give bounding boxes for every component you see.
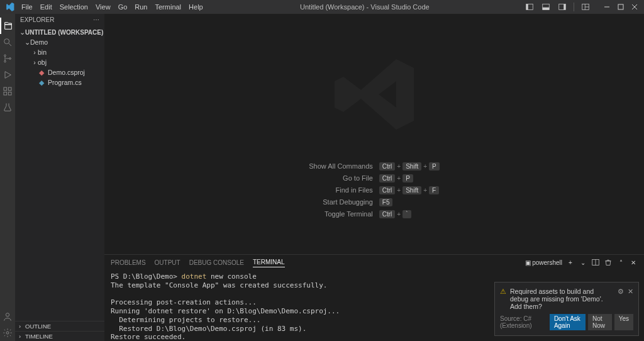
activity-accounts[interactable]: [0, 308, 15, 325]
section-label: OUTLINE: [25, 323, 51, 330]
section-label: TIMELINE: [25, 333, 53, 340]
tab-debug-console[interactable]: DEBUG CONSOLE: [189, 258, 244, 267]
svg-rect-3: [543, 8, 550, 10]
folder-label: obj: [38, 59, 47, 66]
svg-rect-19: [4, 87, 7, 91]
yes-button[interactable]: Yes: [614, 314, 633, 330]
file-label: Program.cs: [48, 79, 82, 86]
separator: [574, 3, 574, 11]
close-panel-icon[interactable]: ✕: [629, 258, 638, 267]
menu-edit[interactable]: Edit: [36, 2, 56, 12]
shortcut-label: Start Debugging: [309, 198, 373, 206]
folder-bin[interactable]: › bin: [15, 47, 104, 57]
shortcut-keys: F5: [379, 198, 440, 206]
shortcut-keys: Ctrl+`: [379, 210, 440, 218]
chevron-down-icon: ⌄: [24, 38, 30, 46]
shortcut-list: Show All Commands Ctrl+Shift+P Go to Fil…: [309, 162, 439, 218]
tab-terminal[interactable]: TERMINAL: [253, 257, 285, 267]
activity-explorer[interactable]: [0, 18, 15, 34]
svg-point-15: [4, 55, 6, 57]
section-outline[interactable]: ›OUTLINE: [15, 321, 104, 331]
customize-layout-icon[interactable]: [579, 0, 592, 14]
main-area: EXPLORER ⋯ ⌄ UNTITLED (WORKSPACE) ⌄ Demo…: [0, 14, 644, 341]
shortcut-label: Go to File: [309, 174, 373, 182]
activity-debug[interactable]: [0, 67, 15, 83]
explorer-tree: ⌄ UNTITLED (WORKSPACE) ⌄ Demo › bin › ob…: [15, 26, 104, 89]
folder-label: bin: [38, 48, 47, 56]
folder-obj[interactable]: › obj: [15, 57, 104, 67]
menu-selection[interactable]: Selection: [56, 2, 92, 12]
shortcut-keys: Ctrl+P: [379, 174, 440, 182]
vscode-logo-icon: [5, 2, 15, 12]
maximize-button[interactable]: [614, 0, 628, 14]
svg-rect-21: [4, 92, 7, 95]
file-program-cs[interactable]: ◆ Program.cs: [15, 77, 104, 87]
activity-extensions[interactable]: [0, 83, 15, 99]
svg-rect-1: [526, 4, 528, 10]
section-timeline[interactable]: ›TIMELINE: [15, 331, 104, 341]
sidebar-more-icon[interactable]: ⋯: [93, 16, 99, 23]
tab-output[interactable]: OUTPUT: [155, 258, 180, 267]
terminal-shell-selector[interactable]: ▣powershell: [525, 259, 562, 266]
svg-rect-10: [618, 4, 623, 9]
new-terminal-icon[interactable]: +: [566, 258, 575, 267]
bottom-panel: PROBLEMS OUTPUT DEBUG CONSOLE TERMINAL ▣…: [104, 254, 644, 341]
not-now-button[interactable]: Not Now: [588, 314, 612, 330]
close-button[interactable]: [628, 0, 641, 14]
svg-rect-22: [8, 92, 11, 95]
menu-go[interactable]: Go: [114, 2, 131, 12]
shortcut-keys: Ctrl+Shift+P: [379, 162, 440, 170]
chevron-down-icon[interactable]: ⌄: [579, 258, 587, 267]
maximize-panel-icon[interactable]: ˄: [616, 258, 625, 267]
panel-actions: ▣powershell + ⌄ ˄ ✕: [525, 258, 638, 267]
tab-problems[interactable]: PROBLEMS: [111, 258, 146, 267]
dont-ask-again-button[interactable]: Don't Ask Again: [550, 314, 586, 330]
shortcut-label: Find in Files: [309, 186, 373, 194]
workspace-label: UNTITLED (WORKSPACE): [25, 29, 103, 36]
chevron-right-icon: ›: [31, 48, 38, 56]
sidebar-bottom: ›OUTLINE ›TIMELINE: [15, 321, 104, 341]
file-demo-csproj[interactable]: ◆ Demo.csproj: [15, 67, 104, 77]
menu-bar: File Edit Selection View Go Run Terminal…: [18, 2, 207, 12]
svg-point-23: [6, 313, 9, 316]
toggle-secondary-sidebar-icon[interactable]: [555, 0, 569, 14]
welcome-screen: Show All Commands Ctrl+Shift+P Go to Fil…: [104, 14, 644, 254]
svg-point-24: [6, 332, 9, 334]
shortcut-label: Show All Commands: [309, 162, 373, 170]
activity-bar: [0, 14, 15, 341]
menu-terminal[interactable]: Terminal: [152, 2, 186, 12]
activity-source-control[interactable]: [0, 50, 15, 67]
chevron-down-icon: ⌄: [19, 28, 25, 36]
terminal-icon: ▣: [525, 259, 531, 266]
panel-tabs: PROBLEMS OUTPUT DEBUG CONSOLE TERMINAL ▣…: [104, 255, 644, 270]
svg-rect-5: [564, 4, 565, 10]
shortcut-label: Toggle Terminal: [309, 210, 373, 218]
workspace-root[interactable]: ⌄ UNTITLED (WORKSPACE): [15, 27, 104, 37]
menu-help[interactable]: Help: [185, 2, 207, 12]
activity-testing[interactable]: [0, 99, 15, 116]
notification-source: Source: C# (Extension): [500, 315, 550, 329]
gear-icon[interactable]: ⚙: [618, 288, 624, 295]
vscode-watermark-icon: [330, 50, 418, 140]
close-icon[interactable]: ✕: [628, 288, 633, 295]
activity-search[interactable]: [0, 34, 15, 50]
menu-view[interactable]: View: [92, 2, 114, 12]
toggle-primary-sidebar-icon[interactable]: [523, 0, 536, 14]
sidebar: EXPLORER ⋯ ⌄ UNTITLED (WORKSPACE) ⌄ Demo…: [15, 14, 104, 341]
activity-manage[interactable]: [0, 325, 15, 341]
svg-marker-18: [5, 72, 11, 79]
toggle-panel-icon[interactable]: [539, 0, 553, 14]
svg-point-17: [9, 58, 11, 60]
split-terminal-icon[interactable]: [591, 258, 600, 267]
minimize-button[interactable]: [600, 0, 614, 14]
menu-run[interactable]: Run: [131, 2, 151, 12]
notification-message: Required assets to build and debug are m…: [510, 288, 614, 310]
kill-terminal-icon[interactable]: [604, 258, 613, 267]
folder-label: Demo: [30, 38, 48, 46]
notification-toast: ⚠ Required assets to build and debug are…: [494, 282, 639, 336]
menu-file[interactable]: File: [18, 2, 36, 12]
folder-demo[interactable]: ⌄ Demo: [15, 37, 104, 47]
sidebar-title: EXPLORER: [20, 16, 54, 23]
editor-area: Show All Commands Ctrl+Shift+P Go to Fil…: [104, 14, 644, 341]
chevron-right-icon: ›: [31, 59, 38, 66]
